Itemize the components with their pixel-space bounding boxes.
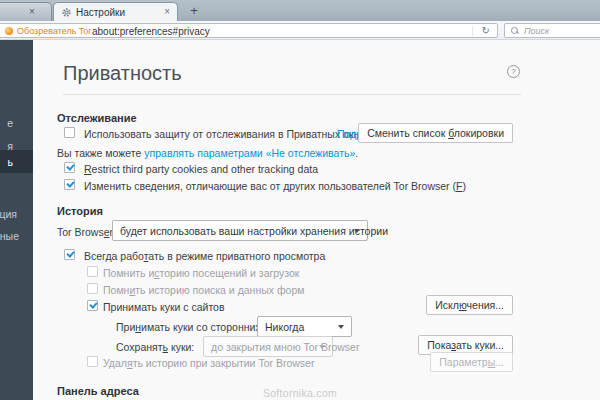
gear-icon xyxy=(61,7,72,18)
page-title: Приватность xyxy=(63,62,182,85)
sidebar-item-advanced[interactable]: ьные xyxy=(0,230,19,242)
sidebar-item-sync[interactable]: ция xyxy=(0,208,17,220)
sidebar-item-applications[interactable]: я xyxy=(7,140,13,152)
url-text[interactable]: about:preferences#privacy xyxy=(92,26,210,37)
reload-icon[interactable]: ↻ xyxy=(482,25,490,36)
clear-on-close-label: Удалять историю при закрытии Tor Browser xyxy=(103,357,314,369)
search-icon xyxy=(511,27,518,34)
history-mode-select[interactable]: будет использовать ваши настройки хранен… xyxy=(112,220,368,241)
change-details-label[interactable]: Изменить сведения, отличающие вас от дру… xyxy=(84,180,466,192)
sidebar-item-privacy[interactable]: ь xyxy=(8,156,13,168)
do-not-track-note-prefix: Вы также можете xyxy=(57,147,144,159)
clear-settings-button: Параметры... xyxy=(430,352,513,372)
url-bar[interactable]: Обозреватель Tor about:preferences#priva… xyxy=(0,23,498,38)
tab-inactive[interactable]: × xyxy=(0,2,52,21)
close-icon[interactable]: × xyxy=(164,6,170,17)
sidebar-selected-highlight xyxy=(0,150,33,173)
remember-visits-checkbox xyxy=(87,266,98,277)
torbutton-onion-icon[interactable] xyxy=(5,27,13,35)
accept-cookies-checkbox[interactable] xyxy=(87,300,98,311)
do-not-track-note-suffix: . xyxy=(355,147,358,159)
change-blocklist-button[interactable]: Сменить список блокировки xyxy=(358,123,513,143)
remember-search-checkbox xyxy=(87,283,98,294)
tracking-protection-checkbox[interactable] xyxy=(64,127,75,138)
divider xyxy=(86,26,87,36)
do-not-track-link[interactable]: управлять параметрами «Не отслеживать» xyxy=(144,147,355,159)
help-icon[interactable]: ? xyxy=(507,65,520,78)
sidebar-item-content[interactable]: е xyxy=(7,117,13,129)
cookie-exceptions-button[interactable]: Исключения... xyxy=(426,295,513,315)
restrict-cookies-checkbox[interactable] xyxy=(64,162,75,173)
clear-on-close-checkbox xyxy=(87,356,98,367)
section-tracking-heading: Отслеживание xyxy=(57,112,137,124)
keep-cookies-label: Сохранять куки: xyxy=(116,341,194,353)
search-placeholder: Поиск xyxy=(524,26,549,36)
section-history-heading: История xyxy=(57,205,103,217)
restrict-cookies-label[interactable]: Restrict third party cookies and other t… xyxy=(84,163,318,175)
tracking-protection-label[interactable]: Использовать защиту от отслеживания в Пр… xyxy=(84,128,370,140)
search-input[interactable]: Поиск xyxy=(504,23,600,38)
do-not-track-note: Вы также можете управлять параметрами «Н… xyxy=(57,147,358,159)
divider xyxy=(472,26,473,36)
accept-cookies-label[interactable]: Принимать куки с сайтов xyxy=(103,301,225,313)
change-details-checkbox[interactable] xyxy=(64,179,75,190)
always-private-label[interactable]: Всегда работать в режиме приватного прос… xyxy=(84,250,325,262)
remember-visits-label: Помнить историю посещений и загрузок xyxy=(103,267,299,279)
divider xyxy=(63,94,521,95)
tab-title: Настройки xyxy=(76,7,125,18)
third-party-cookies-select[interactable]: Никогда xyxy=(257,316,352,337)
remember-search-label: Помнить историю поиска и данных форм xyxy=(103,284,304,296)
navigation-toolbar: Обозреватель Tor about:preferences#priva… xyxy=(0,21,600,40)
browser-window: × Настройки × + Обозреватель Tor about:p… xyxy=(0,0,600,400)
category-sidebar: е я ь ция ьные xyxy=(0,40,33,400)
identity-label[interactable]: Обозреватель Tor xyxy=(17,26,91,36)
new-tab-button[interactable]: + xyxy=(182,2,206,21)
history-mode-label: Tor Browser: xyxy=(57,226,116,238)
always-private-checkbox[interactable] xyxy=(64,249,75,260)
keep-cookies-select: до закрытия мною Tor Browser xyxy=(203,336,333,357)
watermark: Softornika.com xyxy=(0,387,600,399)
close-icon[interactable]: × xyxy=(29,7,35,17)
tab-bar: × Настройки × + xyxy=(0,0,600,21)
tab-settings[interactable]: Настройки × xyxy=(53,2,178,21)
